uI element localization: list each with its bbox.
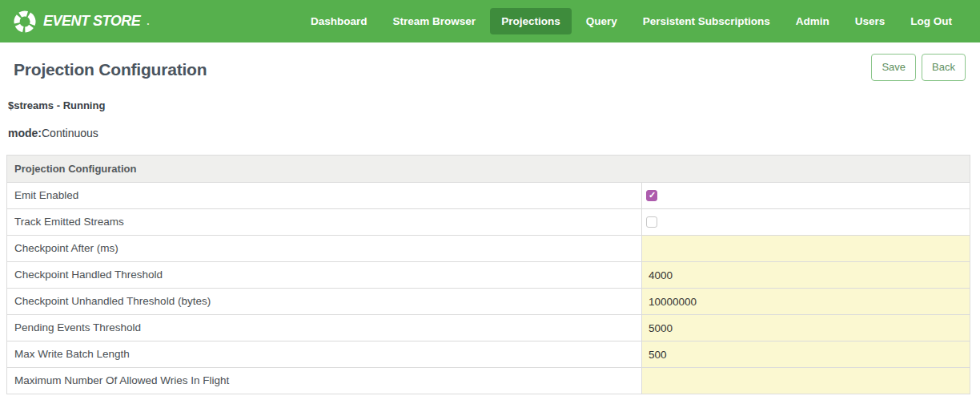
nav-item-users[interactable]: Users — [844, 8, 897, 34]
header-buttons: Save Back — [871, 54, 966, 81]
save-button[interactable]: Save — [871, 54, 916, 81]
config-row-pending-events-threshold: Pending Events Threshold — [7, 314, 970, 341]
mode-label: mode: — [8, 127, 42, 139]
nav-item-stream-browser[interactable]: Stream Browser — [382, 8, 488, 34]
config-row-label: Maximum Number Of Allowed Wries In Fligh… — [7, 368, 642, 394]
nav-item-persistent-subscriptions[interactable]: Persistent Subscriptions — [632, 8, 781, 34]
config-row-value — [642, 289, 970, 314]
config-row-label: Checkpoint Handled Threshold — [7, 262, 642, 288]
config-row-emit-enabled: Emit Enabled — [7, 182, 970, 208]
config-row-label: Checkpoint Unhandled Threshold (bytes) — [7, 289, 642, 314]
config-row-checkpoint-after: Checkpoint After (ms) — [7, 235, 970, 261]
circular-arrows-icon — [13, 10, 37, 34]
nav-item-log-out[interactable]: Log Out — [899, 8, 963, 34]
nav-item-query[interactable]: Query — [575, 8, 629, 34]
config-row-checkpoint-unhandled-threshold: Checkpoint Unhandled Threshold (bytes) — [7, 288, 970, 314]
config-row-label: Checkpoint After (ms) — [7, 236, 642, 261]
config-row-checkpoint-handled-threshold: Checkpoint Handled Threshold — [7, 261, 970, 288]
back-button[interactable]: Back — [922, 54, 966, 81]
page-header: Projection Configuration Save Back — [0, 42, 980, 81]
projection-mode: mode:Continuous — [8, 127, 980, 139]
checkpoint-handled-threshold-input[interactable] — [642, 262, 970, 288]
config-row-label: Emit Enabled — [7, 183, 642, 208]
nav-item-dashboard[interactable]: Dashboard — [299, 8, 379, 34]
page-title: Projection Configuration — [14, 60, 207, 79]
config-row-max-write-batch-length: Max Write Batch Length — [7, 341, 970, 367]
config-row-value — [642, 183, 970, 208]
config-row-max-writes-in-flight: Maximum Number Of Allowed Wries In Fligh… — [7, 367, 970, 394]
config-row-value — [642, 368, 970, 394]
track-emitted-streams-checkbox[interactable] — [646, 216, 657, 228]
pending-events-threshold-input[interactable] — [642, 315, 970, 341]
brand-suffix: . — [147, 16, 149, 27]
projection-status: $streams - Running — [8, 99, 980, 111]
mode-value: Continuous — [42, 127, 98, 139]
config-row-value — [642, 341, 970, 367]
nav-menu: Dashboard Stream Browser Projections Que… — [299, 8, 963, 34]
config-row-label: Track Emitted Streams — [7, 209, 642, 235]
nav-item-projections[interactable]: Projections — [490, 8, 572, 34]
config-row-value — [642, 262, 970, 288]
nav-item-admin[interactable]: Admin — [785, 8, 841, 34]
config-row-label: Max Write Batch Length — [7, 341, 642, 367]
top-navbar: EVENT STORE . Dashboard Stream Browser P… — [0, 0, 980, 42]
emit-enabled-checkbox[interactable] — [646, 190, 657, 201]
config-row-label: Pending Events Threshold — [7, 315, 642, 341]
config-table-header: Projection Configuration — [7, 156, 970, 182]
max-write-batch-length-input[interactable] — [642, 341, 970, 367]
config-row-value — [642, 236, 970, 261]
config-table: Projection Configuration Emit Enabled Tr… — [6, 155, 970, 394]
max-writes-in-flight-input[interactable] — [642, 368, 970, 394]
checkpoint-after-input[interactable] — [642, 236, 970, 261]
config-row-track-emitted-streams: Track Emitted Streams — [7, 208, 970, 235]
config-row-value — [642, 209, 970, 235]
config-row-value — [642, 315, 970, 341]
brand-logo[interactable]: EVENT STORE . — [13, 10, 150, 34]
brand-name: EVENT STORE — [43, 13, 140, 30]
checkpoint-unhandled-threshold-input[interactable] — [642, 289, 970, 314]
